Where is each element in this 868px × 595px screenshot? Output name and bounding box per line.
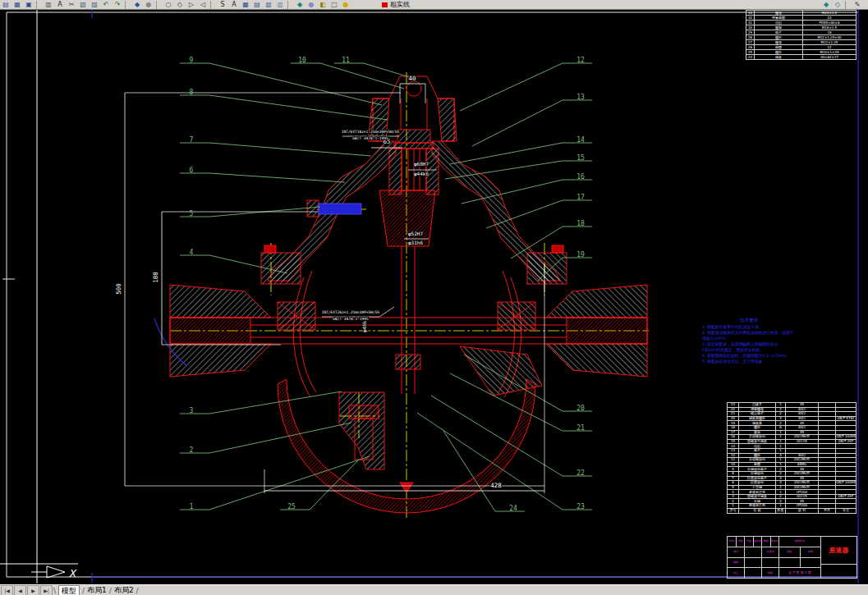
balloon-number: 17 [576,194,585,201]
standard-parts-table: 33螺母M24×1.532弹簧垫圈2431油封PD55×80×830螺塞M18×… [746,10,857,60]
product-name: 差速器 [821,537,857,565]
ucs-icon: X [31,566,77,579]
technical-notes: 技术要求 1. 装配前所有零件均应清洗干净。2. 装配滚动轴承时允许用机油加热进… [702,317,796,365]
layer-color-swatch [382,2,388,7]
bom-header-row: 序号名 称数量材 料单件备注 [728,508,857,513]
toolbar-icon[interactable]: ▧ [77,1,89,9]
title-block-revision-area: 标记处数分区更改文件号签名年月日 设计标准化 校核 工艺批准 [728,537,779,578]
title-block-cell: 批准 [762,568,778,578]
toolbar-icons: ▤▦▣▥A✂▧▨↶↷◆●○◇▷◁SA▦▤▩▥◆●◧□● [0,1,351,9]
toolbar-icon[interactable]: ◆ [820,1,832,9]
toolbar-icon[interactable]: ◧ [317,1,328,9]
balloon-number: 25 [287,503,296,510]
toolbar-icon[interactable]: S [217,1,228,9]
title-block-cell: 标准化 [762,547,778,557]
toolbar-icon[interactable]: ▷ [186,1,197,9]
balloon-number: 8 [190,89,194,96]
balloon-number: 4 [190,249,194,256]
assembly-geometry [170,76,647,513]
toolbar-icon[interactable]: A [228,1,240,9]
toolbar-icon[interactable]: ✂ [66,1,77,9]
cad-application-window: ▤▦▣▥A✂▧▨↶↷◆●○◇▷◁SA▦▤▩▥◆●◧□● 粗实线 ◆◇✎ [0,0,868,595]
title-block-stage-area: 阶段标记 质量 比例 共 7 页 第 1 页 [779,537,821,578]
toolbar-icon[interactable]: ▥ [43,1,54,9]
title-block-cell [745,547,762,557]
toolbar-icon[interactable]: ✎ [852,1,863,9]
balloon-number: 18 [576,220,585,227]
scale-label: 比例 [801,547,821,557]
title-block-cell: 年月日 [771,537,779,547]
tab-nav-next[interactable]: ▶ [27,585,39,595]
balloon-number: 7 [190,136,194,144]
title-block-cell: 标记 [728,537,737,547]
toolbar-icon[interactable]: ↷ [112,1,123,9]
toolbar-icon[interactable]: ▤ [251,1,263,9]
size-label: φ60H7 [414,161,429,167]
crosshair-cursor[interactable] [0,10,78,584]
toolbar-icon[interactable]: ▥ [274,1,286,9]
balloon-number: 6 [190,167,194,174]
toolbar-icon[interactable]: ● [143,1,154,9]
tab-model[interactable]: 模型 [58,585,80,595]
spline-spec-line1: INT/EXT26z×1.25m×30P×5H/5h [322,310,380,314]
toolbar-icon[interactable]: ◁ [197,1,209,9]
title-block-product-area: 差速器 [821,537,857,578]
title-block-cell: 更改文件号 [754,537,763,547]
balloon-number: 3 [190,407,194,414]
balloon-number: 13 [576,94,585,101]
toolbar-icon[interactable]: ▦ [11,1,23,9]
balloon-number: 20 [576,405,585,412]
balloon-number: 23 [576,503,585,510]
toolbar-icon[interactable]: ↶ [100,1,112,9]
title-block-cell: 设计 [728,547,745,557]
balloon-number: 15 [576,154,585,162]
balloon-number: 1 [190,503,194,510]
toolbar-icon[interactable]: ◆ [131,1,143,9]
toolbar-icon[interactable]: ▨ [89,1,100,9]
toolbar-icon[interactable]: A [54,1,66,9]
title-block-cell: 工艺 [728,568,745,578]
tab-layout1[interactable]: 布局1 [87,585,107,595]
ucs-x-label: X [69,567,77,579]
spline-spec-line2: GB/T 3478.1-1995 [333,317,369,321]
tab-layout2[interactable]: 布局2 [114,585,134,595]
title-block-cell: 校核 [728,558,745,568]
title-block: 标记处数分区更改文件号签名年月日 设计标准化 校核 工艺批准 阶段标记 质量 比… [727,536,857,579]
toolbar-icon[interactable]: ○ [163,1,174,9]
tech-note-line: 2. 装配滚动轴承时允许用机油加热进行热装，油温不得超过100℃。 [702,331,796,342]
title-block-cell: 分区 [745,537,754,547]
tab-nav-first[interactable]: |◀ [1,585,13,595]
toolbar-right-icons: ◆◇✎ [820,1,863,9]
spline-spec-line1: INT/EXT18z×1.25m×30P×5H/5h [342,130,400,134]
toolbar-icon[interactable]: ▦ [240,1,251,9]
toolbar-icon[interactable]: ▩ [263,1,274,9]
tab-nav-last[interactable]: ▶| [40,585,53,595]
toolbar-icon[interactable]: ◇ [174,1,186,9]
tab-nav-prev[interactable]: ◀ [14,585,26,595]
balloon-number: 19 [576,251,585,259]
size-label: φ52H7 [408,231,423,237]
stage-label: 阶段标记 [779,537,820,547]
balloon-number: 5 [190,210,194,217]
layer-combo[interactable]: 粗实线 [381,1,410,9]
toolbar-icon[interactable]: □ [328,1,340,9]
toolbar-icon[interactable]: ◆ [294,1,305,9]
title-block-cell: 签名 [762,537,771,547]
tech-note-line: 4. 装配圆锥齿轮副时，齿侧间隙为0.2~0.5mm。 [702,354,796,359]
dimension-text: 40 [408,75,416,82]
dimension-text: 500 [115,283,122,295]
size-label: φ31h6 [408,240,423,246]
toolbar-icon[interactable]: ▤ [0,1,11,9]
status-bar: |◀ ◀ ▶ ▶| \ 模型 / 布局1 / 布局2 / [0,584,868,595]
title-block-cell [745,568,762,578]
tech-note-line: 5. 装配后应转动灵活，无卡滞现象。 [702,359,796,365]
balloon-number: 22 [576,469,585,477]
toolbar-icon[interactable]: ▣ [23,1,34,9]
bom-table: 23凸缘叉14522调整螺母240Cr21锁止垫片240Cr20轴承盖螺栓440… [727,402,857,514]
balloon-number: 9 [190,57,194,64]
toolbar-icon[interactable]: ◇ [832,1,843,9]
dimension-text: 188 [152,272,159,283]
toolbar-icon[interactable]: ● [305,1,317,9]
size-label: φ44k6 [414,171,429,177]
toolbar-icon[interactable]: ● [340,1,351,9]
